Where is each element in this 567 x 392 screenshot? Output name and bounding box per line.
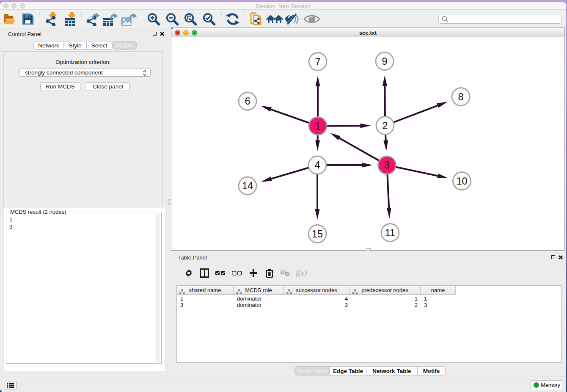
svg-text:7: 7 bbox=[315, 56, 320, 67]
svg-text:14: 14 bbox=[242, 180, 253, 191]
svg-text:8: 8 bbox=[458, 91, 463, 102]
svg-text:15: 15 bbox=[312, 229, 323, 240]
svg-text:3: 3 bbox=[384, 160, 390, 171]
svg-text:11: 11 bbox=[385, 227, 395, 238]
svg-text:2: 2 bbox=[382, 120, 388, 131]
svg-text:9: 9 bbox=[382, 56, 387, 67]
svg-text:6: 6 bbox=[245, 96, 250, 107]
svg-text:10: 10 bbox=[456, 176, 467, 187]
svg-text:1: 1 bbox=[315, 121, 320, 132]
svg-text:4: 4 bbox=[314, 160, 320, 171]
